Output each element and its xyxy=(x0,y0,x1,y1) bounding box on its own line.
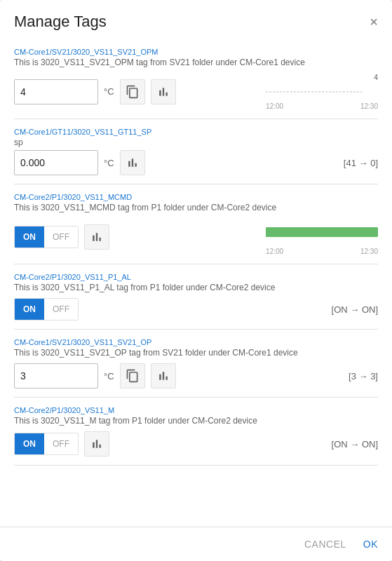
tag-path: CM-Core2/P1/3020_VS11_M xyxy=(14,406,378,414)
manage-tags-modal: Manage Tags × CM-Core1/SV21/3020_VS11_SV… xyxy=(0,0,392,561)
tag-description: This is 3020_VS11_M tag from P1 folder u… xyxy=(14,416,378,426)
bar-chart-area xyxy=(266,218,378,246)
tag-path: CM-Core1/SV21/3020_VS11_SV21_OP xyxy=(14,338,378,346)
chart-icon-button[interactable] xyxy=(84,431,109,457)
cancel-button[interactable]: CANCEL xyxy=(304,539,346,550)
chart-icon xyxy=(156,369,170,383)
chart-icon xyxy=(126,156,140,170)
tag-section: CM-Core2/P1/3020_VS11_MCMD This is 3020_… xyxy=(14,184,378,264)
toggle-group: ON OFF xyxy=(14,298,79,320)
chart-time-end: 12:30 xyxy=(360,248,378,255)
toggle-off-button[interactable]: OFF xyxy=(44,227,78,248)
tag-path: CM-Core1/GT11/3020_VS11_GT11_SP xyxy=(14,128,378,136)
mini-chart-area: 4 xyxy=(266,73,378,101)
copy-icon-button[interactable] xyxy=(120,79,145,104)
tag-section: CM-Core1/GT11/3020_VS11_GT11_SP sp °C [4… xyxy=(14,119,378,184)
status-text: [ON → ON] xyxy=(332,304,378,315)
sp-label: sp xyxy=(14,137,378,147)
unit-label: °C xyxy=(104,158,114,168)
tag-section: CM-Core1/SV21/3020_VS11_SV21_OPM This is… xyxy=(14,39,378,119)
status-text: [3 → 3] xyxy=(349,371,378,381)
chart-time-start: 12:00 xyxy=(266,248,283,255)
chart-icon-button[interactable] xyxy=(84,224,109,250)
tag-controls: ON OFF [ON → ON] xyxy=(14,431,378,457)
modal-footer: CANCEL OK xyxy=(0,527,392,561)
toggle-group: ON OFF xyxy=(14,226,79,248)
unit-label: °C xyxy=(104,86,114,97)
tag-controls: °C [3 → 3] xyxy=(14,363,378,388)
tag-controls: ON OFF [ON → ON] xyxy=(14,298,378,320)
tag-section: CM-Core2/P1/3020_VS11_P1_AL This is 3020… xyxy=(14,264,378,330)
toggle-group: ON OFF xyxy=(14,433,79,455)
tag-controls: °C 4 xyxy=(14,73,378,110)
tag-section: CM-Core2/P1/3020_VS11_M This is 3020_VS1… xyxy=(14,398,378,466)
chart-icon-button[interactable] xyxy=(151,79,176,104)
close-button[interactable]: × xyxy=(370,15,378,29)
copy-icon xyxy=(126,85,140,99)
tag-controls: °C [41 → 0] xyxy=(14,150,378,175)
tag-description: This is 3020_VS11_SV21_OP tag from SV21 … xyxy=(14,348,378,358)
line-chart-svg xyxy=(266,81,364,102)
tag-section: CM-Core1/SV21/3020_VS11_SV21_OP This is … xyxy=(14,330,378,398)
chart-icon xyxy=(156,85,170,99)
mini-chart: 12:00 12:30 xyxy=(266,218,378,255)
unit-label: °C xyxy=(104,371,114,381)
tag-description: This is 3020_VS11_P1_AL tag from P1 fold… xyxy=(14,283,378,292)
chart-labels: 12:00 12:30 xyxy=(266,248,378,255)
chart-icon-button[interactable] xyxy=(120,150,145,175)
status-text: [41 → 0] xyxy=(344,158,378,168)
modal-title: Manage Tags xyxy=(14,13,107,31)
tag-description: This is 3020_VS11_MCMD tag from P1 folde… xyxy=(14,203,378,212)
toggle-on-button[interactable]: ON xyxy=(15,299,44,320)
toggle-on-button[interactable]: ON xyxy=(15,227,44,248)
ok-button[interactable]: OK xyxy=(363,539,378,550)
chart-icon xyxy=(90,230,104,244)
tag-path: CM-Core1/SV21/3020_VS11_SV21_OPM xyxy=(14,48,378,56)
mini-chart: 4 12:00 12:30 xyxy=(266,73,378,110)
value-input[interactable] xyxy=(14,150,98,175)
copy-icon xyxy=(126,369,140,383)
chart-icon-button[interactable] xyxy=(151,363,176,388)
chart-labels: 12:00 12:30 xyxy=(266,102,378,110)
modal-body: CM-Core1/SV21/3020_VS11_SV21_OPM This is… xyxy=(0,39,392,527)
chart-time-start: 12:00 xyxy=(266,102,283,110)
green-bar xyxy=(266,227,378,237)
chart-value-label: 4 xyxy=(374,73,378,81)
chart-icon xyxy=(90,437,104,451)
tag-description: This is 3020_VS11_SV21_OPM tag from SV21… xyxy=(14,58,378,67)
tag-path: CM-Core2/P1/3020_VS11_P1_AL xyxy=(14,273,378,281)
tag-controls: ON OFF 12:00 12:30 xyxy=(14,218,378,255)
toggle-off-button[interactable]: OFF xyxy=(44,299,78,320)
chart-time-end: 12:30 xyxy=(360,102,378,110)
value-input[interactable] xyxy=(14,363,98,388)
copy-icon-button[interactable] xyxy=(120,363,145,388)
tag-path: CM-Core2/P1/3020_VS11_MCMD xyxy=(14,193,378,201)
toggle-off-button[interactable]: OFF xyxy=(44,433,78,454)
status-text: [ON → ON] xyxy=(332,439,378,450)
value-input[interactable] xyxy=(14,79,98,104)
toggle-on-button[interactable]: ON xyxy=(15,433,44,454)
modal-header: Manage Tags × xyxy=(0,0,392,39)
